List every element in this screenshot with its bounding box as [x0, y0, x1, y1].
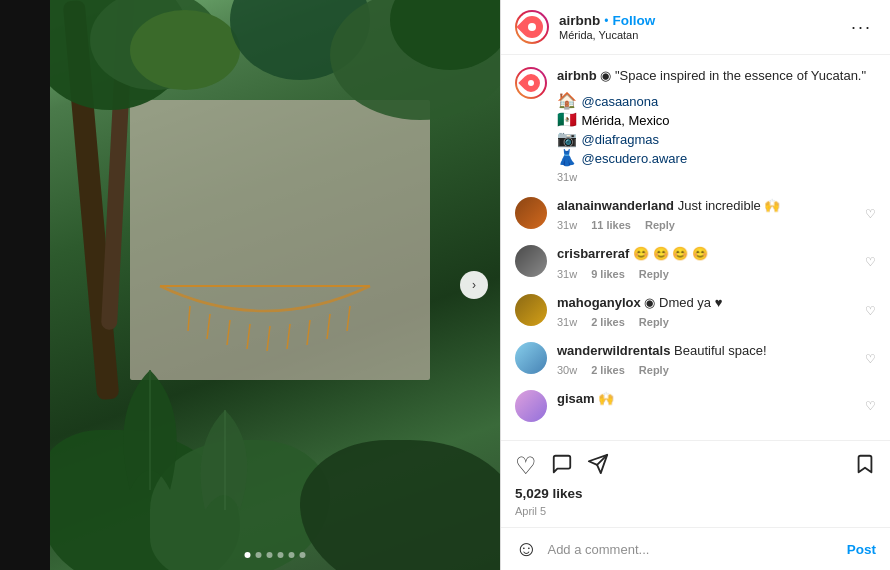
cris-meta: 31w 9 likes Reply — [557, 268, 855, 280]
caption-camera-row: 📷 @diafragmas — [557, 129, 876, 148]
image-dots-indicator — [245, 552, 306, 558]
comment-input-row: ☺ Post — [501, 527, 890, 570]
cris-likes: 9 likes — [591, 268, 625, 280]
alana-author[interactable]: alanainwanderland — [557, 198, 674, 213]
gisam-body: gisam 🙌 — [557, 390, 855, 408]
caption-avatar — [515, 67, 547, 99]
caption-location-row: 🇲🇽 Mérida, Mexico — [557, 110, 876, 129]
svg-line-3 — [247, 324, 250, 349]
cris-reply[interactable]: Reply — [639, 268, 669, 280]
caption-meta: 31w — [557, 171, 876, 183]
alana-comment: Just incredible 🙌 — [678, 198, 781, 213]
svg-line-4 — [267, 326, 270, 351]
wander-reply[interactable]: Reply — [639, 364, 669, 376]
cris-time: 31w — [557, 268, 577, 280]
gisam-author[interactable]: gisam — [557, 391, 595, 406]
caption-time: 31w — [557, 171, 577, 183]
dress-icon: 👗 — [557, 149, 581, 166]
comment-button[interactable] — [551, 453, 573, 478]
hammock — [150, 276, 380, 360]
caption-avatar-inner — [517, 69, 545, 97]
mahogany-reply[interactable]: Reply — [639, 316, 669, 328]
svg-line-0 — [188, 306, 190, 331]
alana-body: alanainwanderland Just incredible 🙌 31w … — [557, 197, 855, 231]
bookmark-button[interactable] — [854, 453, 876, 478]
post-comment-button[interactable]: Post — [847, 542, 876, 557]
post-header: airbnb • Follow Mérida, Yucatan ··· — [501, 0, 890, 55]
mahogany-comment: Dmed ya ♥ — [659, 295, 722, 310]
more-options-button[interactable]: ··· — [847, 17, 876, 38]
caption-house-row: 🏠 @casaanona — [557, 91, 876, 110]
svg-line-1 — [207, 314, 210, 339]
caption-dress-row: 👗 @escudero.aware — [557, 148, 876, 167]
dot-4[interactable] — [278, 552, 284, 558]
header-info: airbnb • Follow Mérida, Yucatan — [559, 13, 847, 41]
svg-line-2 — [227, 320, 230, 345]
alana-heart-icon[interactable]: ♡ — [865, 207, 876, 221]
follow-button[interactable]: Follow — [612, 13, 655, 28]
caption-author[interactable]: airbnb — [557, 68, 597, 83]
mahogany-time: 31w — [557, 316, 577, 328]
dress-link[interactable]: @escudero.aware — [581, 151, 687, 166]
cris-avatar — [515, 245, 547, 277]
profile-avatar[interactable] — [515, 10, 549, 44]
caption-body: airbnb ◉ "Space inspired in the essence … — [557, 67, 876, 183]
wander-heart-icon[interactable]: ♡ — [865, 352, 876, 366]
gisam-heart-icon[interactable]: ♡ — [865, 399, 876, 413]
caption-airbnb-logo-icon — [518, 70, 543, 95]
main-content: › airbnb • Follow — [50, 0, 890, 570]
comment-cris: crisbarreraf 😊 😊 😊 😊 31w 9 likes Reply ♡ — [515, 245, 876, 279]
cris-author[interactable]: crisbarreraf — [557, 246, 629, 261]
emoji-button[interactable]: ☺ — [515, 536, 537, 562]
dot-5[interactable] — [289, 552, 295, 558]
avatar-inner — [517, 12, 547, 42]
cris-heart-icon[interactable]: ♡ — [865, 255, 876, 269]
next-image-button[interactable]: › — [460, 271, 488, 299]
alana-reply[interactable]: Reply — [645, 219, 675, 231]
gisam-comment: 🙌 — [598, 391, 614, 406]
gisam-text: gisam 🙌 — [557, 390, 855, 408]
svg-line-6 — [307, 320, 310, 345]
mahogany-text: mahoganylox ◉ Dmed ya ♥ — [557, 294, 855, 312]
verified-dot: ◉ — [600, 68, 615, 83]
mahogany-author[interactable]: mahoganylox — [557, 295, 641, 310]
share-button[interactable] — [587, 453, 609, 478]
mahogany-heart-icon[interactable]: ♡ — [865, 304, 876, 318]
dot-2[interactable] — [256, 552, 262, 558]
wander-author[interactable]: wanderwildrentals — [557, 343, 670, 358]
mahogany-avatar — [515, 294, 547, 326]
comment-input[interactable] — [547, 542, 836, 557]
alana-text: alanainwanderland Just incredible 🙌 — [557, 197, 855, 215]
foliage-3 — [130, 10, 240, 90]
casa-link[interactable]: @casaanona — [581, 94, 658, 109]
alana-likes: 11 likes — [591, 219, 631, 231]
caption-quote: "Space inspired in the essence of Yucata… — [615, 68, 866, 83]
camera-icon: 📷 — [557, 130, 581, 147]
wander-likes: 2 likes — [591, 364, 625, 376]
dot-1[interactable] — [245, 552, 251, 558]
camera-link[interactable]: @diafragmas — [581, 132, 659, 147]
wander-comment: Beautiful space! — [674, 343, 767, 358]
gisam-avatar — [515, 390, 547, 422]
location-label: Mérida, Yucatan — [559, 29, 847, 41]
dot-6[interactable] — [300, 552, 306, 558]
action-bar: ♡ 5,029 likes — [501, 440, 890, 527]
post-image — [50, 0, 500, 570]
tropical-leaf-2 — [190, 410, 260, 510]
dot-3[interactable] — [267, 552, 273, 558]
house-icon: 🏠 — [557, 92, 581, 109]
caption-row: airbnb ◉ "Space inspired in the essence … — [515, 67, 876, 183]
wander-meta: 30w 2 likes Reply — [557, 364, 855, 376]
svg-line-5 — [287, 324, 290, 349]
comment-mahogany: mahoganylox ◉ Dmed ya ♥ 31w 2 likes Repl… — [515, 294, 876, 328]
verified-badge: • — [604, 14, 608, 28]
cris-comment: 😊 😊 😊 😊 — [633, 246, 708, 261]
alana-time: 31w — [557, 219, 577, 231]
wander-text: wanderwildrentals Beautiful space! — [557, 342, 855, 360]
right-panel: airbnb • Follow Mérida, Yucatan ··· — [500, 0, 890, 570]
mahogany-body: mahoganylox ◉ Dmed ya ♥ 31w 2 likes Repl… — [557, 294, 855, 328]
wander-time: 30w — [557, 364, 577, 376]
caption-text: airbnb ◉ "Space inspired in the essence … — [557, 67, 876, 85]
username-label[interactable]: airbnb — [559, 13, 600, 28]
like-button[interactable]: ♡ — [515, 454, 537, 478]
